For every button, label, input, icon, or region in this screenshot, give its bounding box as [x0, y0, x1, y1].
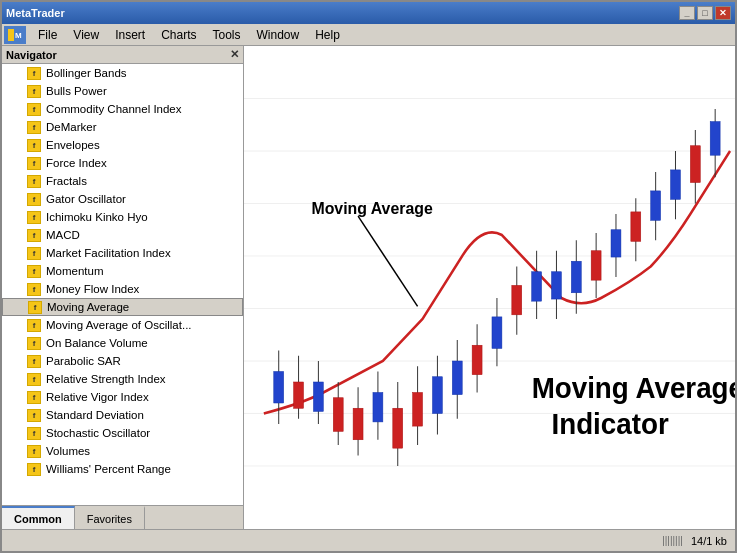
navigator-tabs: Common Favorites [2, 505, 243, 529]
svg-rect-28 [432, 377, 442, 414]
close-button[interactable]: ✕ [715, 6, 731, 20]
svg-line-57 [358, 216, 418, 306]
nav-item-gator-oscillator[interactable]: fGator Oscillator [2, 190, 243, 208]
menu-insert[interactable]: Insert [107, 26, 153, 44]
nav-item-label: Williams' Percent Range [46, 463, 171, 475]
svg-rect-38 [532, 272, 542, 301]
nav-item-standard-deviation[interactable]: fStandard Deviation [2, 406, 243, 424]
nav-item-relative-strength-index[interactable]: fRelative Strength Index [2, 370, 243, 388]
nav-item-parabolic-sar[interactable]: fParabolic SAR [2, 352, 243, 370]
app-icon: M [4, 26, 26, 44]
nav-item-bulls-power[interactable]: fBulls Power [2, 82, 243, 100]
svg-rect-40 [551, 272, 561, 299]
minimize-button[interactable]: _ [679, 6, 695, 20]
nav-item-ichimoku-kinko-hyo[interactable]: fIchimoku Kinko Hyo [2, 208, 243, 226]
nav-item-commodity-channel-index[interactable]: fCommodity Channel Index [2, 100, 243, 118]
nav-item-envelopes[interactable]: fEnvelopes [2, 136, 243, 154]
moving-average-chart-label: Moving Average [311, 199, 432, 218]
indicator-icon: f [26, 246, 42, 260]
menu-file[interactable]: File [30, 26, 65, 44]
svg-rect-20 [353, 408, 363, 440]
menu-charts[interactable]: Charts [153, 26, 204, 44]
indicator-icon: f [26, 426, 42, 440]
indicator-icon: f [26, 120, 42, 134]
maximize-button[interactable]: □ [697, 6, 713, 20]
nav-item-moving-average-of-oscillat[interactable]: fMoving Average of Oscillat... [2, 316, 243, 334]
nav-item-label: Gator Oscillator [46, 193, 126, 205]
indicator-icon: f [26, 336, 42, 350]
navigator-close-button[interactable]: ✕ [230, 48, 239, 61]
tab-common[interactable]: Common [2, 506, 75, 529]
svg-rect-48 [631, 212, 641, 241]
nav-item-market-facilitation-index[interactable]: fMarket Facilitation Index [2, 244, 243, 262]
nav-item-label: DeMarker [46, 121, 96, 133]
nav-item-stochastic-oscillator[interactable]: fStochastic Oscillator [2, 424, 243, 442]
bars-icon: |||||||| [662, 535, 683, 546]
indicator-icon: f [27, 300, 43, 314]
nav-item-volumes[interactable]: fVolumes [2, 442, 243, 460]
nav-item-money-flow-index[interactable]: fMoney Flow Index [2, 280, 243, 298]
chart-area: Moving Average Moving Average Indicator [244, 46, 735, 529]
svg-rect-16 [313, 382, 323, 411]
nav-item-label: Fractals [46, 175, 87, 187]
menu-tools[interactable]: Tools [205, 26, 249, 44]
nav-item-label: Bulls Power [46, 85, 107, 97]
menu-view[interactable]: View [65, 26, 107, 44]
nav-item-label: Moving Average of Oscillat... [46, 319, 192, 331]
indicator-icon: f [26, 390, 42, 404]
nav-item-label: Parabolic SAR [46, 355, 121, 367]
svg-rect-50 [651, 191, 661, 220]
svg-rect-44 [591, 251, 601, 280]
nav-item-force-index[interactable]: fForce Index [2, 154, 243, 172]
svg-rect-12 [274, 372, 284, 404]
nav-item-label: Money Flow Index [46, 283, 139, 295]
nav-item-label: Commodity Channel Index [46, 103, 182, 115]
svg-rect-54 [690, 146, 700, 183]
nav-item-label: Market Facilitation Index [46, 247, 171, 259]
menu-help[interactable]: Help [307, 26, 348, 44]
indicator-icon: f [26, 156, 42, 170]
menu-bar: M File View Insert Charts Tools Window H… [2, 24, 735, 46]
svg-rect-36 [512, 285, 522, 314]
nav-item-momentum[interactable]: fMomentum [2, 262, 243, 280]
nav-item-bollinger-bands[interactable]: fBollinger Bands [2, 64, 243, 82]
indicator-icon: f [26, 174, 42, 188]
indicator-icon: f [26, 192, 42, 206]
nav-item-fractals[interactable]: fFractals [2, 172, 243, 190]
nav-item-moving-average[interactable]: fMoving Average [2, 298, 243, 316]
indicator-icon: f [26, 372, 42, 386]
svg-rect-46 [611, 230, 621, 257]
main-window: MetaTrader _ □ ✕ M File View Insert Char… [0, 0, 737, 553]
svg-rect-14 [294, 382, 304, 408]
status-info: |||||||| 14/1 kb [662, 535, 727, 547]
nav-item-label: MACD [46, 229, 80, 241]
menu-window[interactable]: Window [249, 26, 308, 44]
nav-item-label: Momentum [46, 265, 104, 277]
svg-rect-32 [472, 345, 482, 374]
tab-favorites[interactable]: Favorites [75, 506, 145, 529]
svg-rect-56 [710, 122, 720, 156]
navigator-title: Navigator [6, 49, 57, 61]
svg-rect-1 [8, 29, 14, 41]
nav-item-label: Envelopes [46, 139, 100, 151]
svg-text:M: M [15, 31, 22, 40]
chart-svg: Moving Average Moving Average Indicator [244, 46, 735, 529]
nav-item-relative-vigor-index[interactable]: fRelative Vigor Index [2, 388, 243, 406]
navigator-list[interactable]: fBollinger BandsfBulls PowerfCommodity C… [2, 64, 243, 505]
nav-item-demarker[interactable]: fDeMarker [2, 118, 243, 136]
indicator-icon: f [26, 354, 42, 368]
indicator-icon: f [26, 462, 42, 476]
svg-rect-30 [452, 361, 462, 395]
navigator-panel: Navigator ✕ fBollinger BandsfBulls Power… [2, 46, 244, 529]
nav-item-on-balance-volume[interactable]: fOn Balance Volume [2, 334, 243, 352]
nav-item-williams-percent-range[interactable]: fWilliams' Percent Range [2, 460, 243, 478]
svg-rect-42 [571, 261, 581, 293]
nav-item-label: Volumes [46, 445, 90, 457]
nav-item-macd[interactable]: fMACD [2, 226, 243, 244]
indicator-icon: f [26, 210, 42, 224]
nav-item-label: Relative Strength Index [46, 373, 166, 385]
status-bar: |||||||| 14/1 kb [2, 529, 735, 551]
indicator-icon: f [26, 444, 42, 458]
indicator-label-line1: Moving Average [532, 371, 735, 404]
nav-item-label: On Balance Volume [46, 337, 148, 349]
